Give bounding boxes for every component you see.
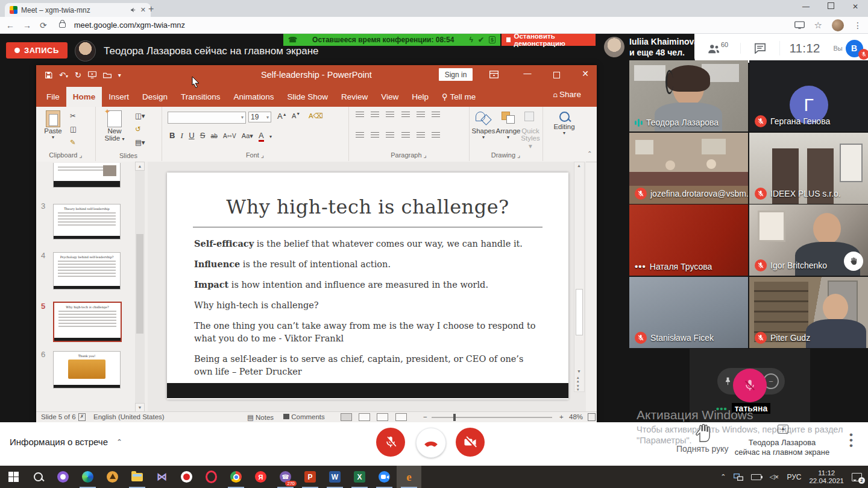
taskbar-yandex-alice-icon[interactable] — [51, 466, 75, 488]
shapes-button[interactable]: Shapes▾ — [471, 110, 495, 140]
address-bar[interactable]: meet.google.com/xgm-twia-mnz — [74, 21, 185, 30]
thumbnail-slide-2-partial[interactable] — [53, 163, 121, 188]
tile-stanislawa-ficek[interactable]: Stanisława Ficek — [629, 277, 748, 348]
zoom-in-icon[interactable]: + — [559, 413, 564, 420]
taskbar-chrome-icon[interactable] — [224, 466, 248, 488]
pin-icon[interactable] — [723, 376, 732, 387]
increase-indent-icon[interactable] — [401, 112, 410, 118]
tab-insert[interactable]: Insert — [102, 87, 136, 107]
more-options-icon[interactable]: ••• — [848, 432, 855, 448]
taskbar-powerpoint-icon[interactable]: P — [298, 466, 322, 488]
thumbnail-scrollbar[interactable]: ▲ ▼ — [135, 162, 145, 412]
thumbnail-slide-5-selected[interactable]: Why high-tech is challenge? — [53, 302, 122, 342]
tile-teodora-lazarova[interactable]: Теодора Лазарова — [629, 60, 748, 132]
browser-tab[interactable]: Meet – xgm-twia-mnz ✕ — [5, 3, 151, 17]
language-indicator[interactable]: РУС — [787, 473, 801, 481]
participants-preview[interactable]: Iuliia Khaiminova и еще 48 чел. — [604, 36, 699, 58]
notes-button[interactable]: ▤ Notes — [247, 413, 274, 422]
cut-icon[interactable]: ✂ — [70, 112, 76, 120]
layout-icon[interactable]: ◫▾ — [135, 112, 145, 120]
font-name-combo[interactable]: ▾ — [168, 112, 246, 124]
tab-view[interactable]: View — [374, 87, 405, 107]
decrease-indent-icon[interactable] — [386, 112, 394, 118]
new-slide-button[interactable]: ✦ New Slide ▾ — [101, 110, 128, 142]
font-size-combo[interactable]: 19▾ — [248, 112, 271, 122]
justify-icon[interactable] — [401, 132, 410, 139]
bullets-icon[interactable] — [356, 112, 364, 118]
zoom-slider-thumb[interactable] — [453, 414, 456, 421]
bookmark-star-icon[interactable]: ☆ — [814, 20, 822, 31]
tab-home[interactable]: Home — [66, 87, 102, 107]
thumbnail-slide-3[interactable]: Theory behind self-leadership — [53, 204, 121, 239]
tile-igor-britchenko[interactable]: Igor Britchenko — [749, 204, 868, 276]
tab-close-icon[interactable]: ✕ — [140, 6, 146, 14]
taskbar-excel-icon[interactable]: X — [347, 466, 372, 488]
tab-audio-icon[interactable] — [130, 7, 137, 13]
tab-transitions[interactable]: Transitions — [174, 87, 227, 107]
comments-button[interactable]: Comments — [283, 413, 325, 420]
tab-slideshow[interactable]: Slide Show — [280, 87, 335, 107]
font-color-arrow[interactable]: ▾ — [269, 134, 272, 139]
collapse-ribbon-icon[interactable]: ⌃ — [587, 150, 592, 157]
tab-animations[interactable]: Animations — [227, 87, 281, 107]
sign-in-button[interactable]: Sign in — [439, 68, 473, 81]
raise-hand-button[interactable]: Поднять руку — [676, 444, 729, 454]
spellcheck-icon[interactable]: ✗ — [78, 413, 86, 421]
camera-toggle-button[interactable] — [456, 428, 485, 457]
canvas-scroll-up-icon[interactable]: ▲ — [577, 163, 581, 168]
tab-help[interactable]: Help — [405, 87, 435, 107]
participants-button[interactable]: 60 — [694, 42, 740, 54]
grow-font-icon[interactable]: A▲ — [277, 112, 287, 121]
window-close-button[interactable]: ✕ — [848, 2, 863, 11]
copy-icon[interactable]: ◫ — [70, 125, 77, 133]
taskbar-zoom-icon[interactable] — [372, 466, 397, 488]
taskbar-search-button[interactable] — [26, 466, 51, 488]
ppt-close-button[interactable]: ✕ — [576, 69, 594, 78]
format-painter-icon[interactable]: ✎ — [70, 138, 76, 147]
volume-muted-icon[interactable]: ◁✕ — [769, 473, 779, 481]
browser-menu-icon[interactable]: ⋮ — [854, 21, 862, 30]
strike-abc-icon[interactable]: ab — [211, 133, 218, 139]
tile-jozefina[interactable]: jozefina.drotarova@vsbm... — [629, 133, 748, 204]
ppt-minimize-button[interactable]: — — [518, 69, 536, 78]
change-case-icon[interactable]: Aa▾ — [242, 132, 253, 140]
arrange-button[interactable]: Arrange▾ — [495, 110, 521, 140]
dollar-icon[interactable]: $ — [489, 36, 495, 43]
browser-profile-avatar[interactable] — [832, 19, 844, 31]
chat-button[interactable] — [740, 43, 779, 54]
taskbar-viber-icon[interactable]: ☎270 — [273, 466, 298, 488]
editing-button[interactable]: Editing▾ — [551, 112, 577, 136]
align-right-icon[interactable] — [386, 132, 394, 139]
numbering-icon[interactable] — [371, 112, 379, 118]
taskbar-yandex-browser-icon[interactable]: Я — [248, 466, 273, 488]
thumbnail-slide-6[interactable]: Thank you! — [53, 351, 121, 388]
network-icon[interactable] — [734, 474, 743, 481]
meeting-info-button[interactable]: Информация о встрече ⌃ — [10, 437, 122, 447]
character-spacing-icon[interactable]: A⇿V — [223, 133, 236, 139]
slide-sorter-view-icon[interactable] — [359, 413, 370, 421]
tell-me-box[interactable]: ⚲ Tell me — [435, 86, 482, 107]
thumbnail-slide-4[interactable]: Psychology behind self-leadership? — [53, 252, 121, 290]
fit-to-window-icon[interactable] — [588, 413, 596, 421]
lightning-icon[interactable]: ϟ — [470, 36, 473, 44]
previous-slide-icon[interactable]: ▴▴ — [577, 376, 579, 383]
next-slide-icon[interactable]: ▾▾ — [577, 384, 579, 391]
line-spacing-icon[interactable] — [417, 112, 425, 118]
tile-gergana-genova[interactable]: Г Гергана Генова — [749, 60, 868, 132]
taskbar-opera-icon[interactable] — [199, 466, 224, 488]
tile-piter-gudz[interactable]: Piter Gudz — [749, 277, 868, 348]
mute-participant-button[interactable] — [733, 369, 767, 402]
shield-icon[interactable]: ✔ — [478, 36, 484, 44]
align-left-icon[interactable] — [356, 132, 364, 139]
bold-button[interactable]: B — [169, 131, 175, 140]
reload-button[interactable]: ⟳ — [40, 21, 47, 30]
stop-presenting-button[interactable]: Остановить демонстрацию — [502, 34, 596, 46]
window-maximize-button[interactable] — [823, 2, 838, 11]
quick-styles-button[interactable]: QuickStyles ▾ — [520, 110, 541, 150]
zoom-slider[interactable] — [432, 417, 552, 418]
account-area[interactable]: Вы B — [829, 40, 867, 57]
slide[interactable]: Why high-tech is challenge? Self-efficac… — [167, 173, 568, 399]
paragraph-dialog-launcher[interactable]: ⌟ — [424, 151, 427, 159]
battery-icon[interactable] — [751, 474, 761, 480]
ppt-restore-button[interactable] — [547, 70, 565, 81]
